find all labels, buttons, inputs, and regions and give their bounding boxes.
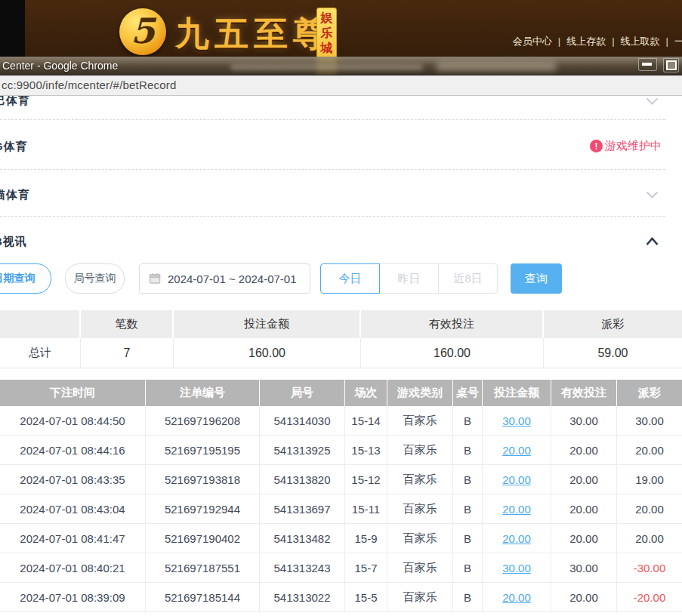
- blurred-decoration: [230, 64, 423, 70]
- maintenance-badge: ! 游戏维护中: [590, 139, 662, 153]
- bet-table-header-cell: 有效投注: [551, 380, 617, 406]
- table-cell: 15-7: [345, 553, 387, 582]
- summary-header-cell: [0, 310, 81, 338]
- nav-separator: |: [666, 35, 668, 47]
- window-title: Center - Google Chrome: [2, 60, 118, 72]
- bet-amount-link[interactable]: 20.00: [502, 532, 531, 545]
- table-cell: 百家乐: [387, 494, 453, 523]
- table-cell: 521697195195: [146, 436, 260, 464]
- table-cell: 2024-07-01 08:40:21: [0, 553, 146, 582]
- table-row: 2024-07-01 08:44:16521697195195541313925…: [0, 436, 682, 465]
- table-cell: 百家乐: [387, 553, 453, 582]
- table-cell: 30.00: [551, 406, 617, 435]
- table-cell: 20.00: [483, 583, 551, 611]
- bet-table-header-cell: 场次: [345, 380, 387, 406]
- table-cell: 20.00: [617, 524, 682, 553]
- bet-record-table: 下注时间注单编号局号场次游戏类别桌号投注金额有效投注派彩 2024-07-01 …: [0, 380, 682, 612]
- bet-table-header-cell: 派彩: [617, 380, 682, 406]
- table-cell: -20.00: [617, 583, 682, 611]
- table-cell: 541313243: [260, 553, 345, 582]
- table-cell: 20.00: [551, 524, 617, 553]
- bet-table-body: 2024-07-01 08:44:50521697196208541314030…: [0, 406, 682, 612]
- round-query-button[interactable]: 局号查询: [65, 263, 125, 294]
- chevron-down-icon: [646, 189, 659, 202]
- minimize-button[interactable]: [638, 58, 657, 71]
- summary-payout: 59.00: [544, 338, 682, 368]
- nav-link[interactable]: 会员中心: [513, 35, 552, 47]
- table-cell: 百家乐: [387, 583, 453, 611]
- bet-amount-link[interactable]: 20.00: [502, 503, 531, 516]
- summary-valid-bet: 160.00: [361, 338, 544, 368]
- table-cell: 15-5: [345, 583, 387, 611]
- table-cell: 2024-07-01 08:41:47: [0, 524, 146, 553]
- accordion-label: 猫体育: [0, 188, 30, 202]
- table-cell: 30.00: [483, 553, 551, 582]
- screen: 5 九五至尊 娱乐城 会员中心|线上存款|线上取款|一键 Center - Go…: [0, 0, 682, 616]
- table-cell: 15-13: [345, 436, 387, 464]
- nav-link[interactable]: 线上存款: [566, 35, 606, 47]
- table-cell: 521697190402: [146, 524, 260, 553]
- summary-header-cell: 投注金额: [174, 310, 361, 338]
- table-cell: 20.00: [551, 583, 617, 611]
- filter-bar: 日期查询 局号查询 2024-07-01 ~ 2024-07-01 今日昨日近8…: [0, 263, 682, 294]
- quick-range-button[interactable]: 昨日: [379, 263, 439, 294]
- date-query-button[interactable]: 日期查询: [0, 263, 51, 294]
- table-row: 2024-07-01 08:44:50521697196208541314030…: [0, 406, 682, 436]
- table-cell: 2024-07-01 08:39:09: [0, 583, 146, 611]
- maximize-button[interactable]: [663, 58, 679, 72]
- table-cell: 521697185144: [146, 583, 260, 611]
- banner-char: 娱: [321, 11, 333, 26]
- summary-table: 笔数投注金额有效投注派彩 总计 7 160.00 160.00 59.00: [0, 310, 682, 368]
- bet-table-header-cell: 局号: [260, 380, 345, 406]
- search-button[interactable]: 查询: [511, 263, 562, 294]
- table-row: 2024-07-01 08:40:21521697187551541313243…: [0, 553, 682, 583]
- accordion-item-sports-2[interactable]: G体育 ! 游戏维护中: [0, 119, 665, 170]
- table-cell: 541313697: [260, 494, 345, 523]
- bet-amount-link[interactable]: 30.00: [502, 414, 531, 427]
- bet-amount-link[interactable]: 20.00: [502, 473, 531, 486]
- table-cell: 15-14: [345, 406, 387, 435]
- summary-count: 7: [81, 338, 174, 368]
- table-cell: 19.00: [617, 465, 682, 494]
- date-range-input[interactable]: 2024-07-01 ~ 2024-07-01: [139, 263, 310, 294]
- quick-range-active[interactable]: 今日: [320, 263, 380, 294]
- table-cell: B: [453, 524, 483, 553]
- accordion-item-sports-3[interactable]: 猫体育: [0, 169, 665, 217]
- table-cell: 15-11: [345, 494, 387, 523]
- banner-char: 城: [321, 41, 333, 56]
- accordion-item-sports-1[interactable]: 巴体育: [0, 96, 665, 120]
- nav-link[interactable]: 线上取款: [621, 35, 660, 47]
- table-cell: 20.00: [551, 494, 617, 523]
- table-cell: 20.00: [483, 524, 551, 553]
- accordion-label: G体育: [0, 140, 28, 154]
- bet-table-header-cell: 投注金额: [483, 380, 551, 406]
- table-cell: 20.00: [617, 494, 682, 523]
- url-text: cc:9900/infe/mcenter/#/betRecord: [2, 79, 177, 91]
- table-cell: B: [453, 553, 483, 582]
- brand-logo-circle: 5: [119, 8, 166, 55]
- bet-amount-link[interactable]: 20.00: [502, 591, 531, 604]
- bet-amount-link[interactable]: 30.00: [502, 562, 531, 574]
- maintenance-badge-text: 游戏维护中: [605, 139, 662, 153]
- bet-table-header-cell: 桌号: [453, 380, 483, 406]
- chevron-down-icon: [646, 96, 659, 109]
- table-cell: 15-9: [345, 524, 387, 553]
- summary-total-row: 总计 7 160.00 160.00 59.00: [0, 338, 682, 368]
- bet-table-header: 下注时间注单编号局号场次游戏类别桌号投注金额有效投注派彩: [0, 380, 682, 406]
- nav-link[interactable]: 一键: [674, 35, 682, 47]
- accordion-item-live-casino[interactable]: B视讯: [0, 216, 665, 263]
- summary-header-cell: 派彩: [544, 310, 682, 338]
- table-cell: B: [453, 436, 483, 464]
- calendar-icon: [149, 273, 161, 285]
- table-cell: 百家乐: [387, 406, 453, 435]
- table-cell: 2024-07-01 08:43:35: [0, 465, 146, 494]
- address-bar[interactable]: cc:9900/infe/mcenter/#/betRecord: [0, 75, 682, 96]
- bet-amount-link[interactable]: 20.00: [502, 444, 531, 457]
- table-cell: 521697192944: [146, 494, 260, 523]
- table-cell: 20.00: [483, 465, 551, 494]
- bet-table-header-cell: 注单编号: [146, 380, 260, 406]
- exclamation-icon: !: [590, 140, 603, 152]
- table-cell: 541313925: [260, 436, 345, 464]
- table-cell: 2024-07-01 08:44:50: [0, 406, 146, 435]
- quick-range-button[interactable]: 近8日: [438, 263, 498, 294]
